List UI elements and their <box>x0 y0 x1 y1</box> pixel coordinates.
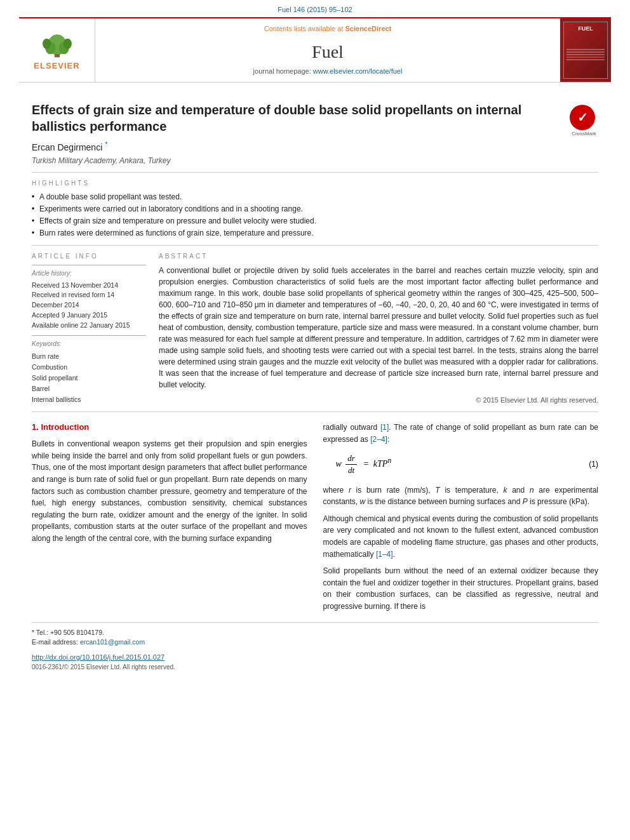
elsevier-logo: ELSEVIER <box>19 18 95 82</box>
such-text: such <box>57 487 73 496</box>
available-date: Available online 22 January 2015 <box>32 321 146 331</box>
article-info-column: ARTICLE INFO Article history: Received 1… <box>32 252 146 405</box>
abstract-title: ABSTRACT <box>159 252 598 261</box>
fuel-cover-inner: FUEL <box>563 22 608 79</box>
divider-1 <box>32 172 598 173</box>
svg-point-5 <box>63 39 71 49</box>
keyword-3: Solid propellant <box>32 373 146 383</box>
eq-kTPn: kTPn <box>373 459 391 469</box>
journal-title: Fuel <box>312 39 344 64</box>
journal-center: Contents lists available at ScienceDirec… <box>95 18 560 82</box>
intro-eq-description: where r is burn rate (mm/s), T is temper… <box>323 484 599 508</box>
article-info-title: ARTICLE INFO <box>32 252 146 261</box>
eq-frac: dr dt <box>345 459 359 469</box>
intro-right-radially: radially outward [1]. The rate of change… <box>323 422 599 445</box>
citation-text: Fuel 146 (2015) 95–102 <box>278 6 352 13</box>
keyword-1: Burn rate <box>32 351 146 362</box>
keyword-2: Combustion <box>32 362 146 373</box>
elsevier-brand-text: ELSEVIER <box>34 60 79 72</box>
keyword-4: Barrel <box>32 383 146 394</box>
ref-1: [1] <box>380 423 389 432</box>
footer-copyright: 0016-2361/© 2015 Elsevier Ltd. All right… <box>32 663 598 672</box>
citation-bar: Fuel 146 (2015) 95–102 <box>0 0 630 17</box>
equation-number: (1) <box>579 459 598 470</box>
intro-left-text: Bullets in conventional weapon systems g… <box>32 438 307 544</box>
svg-rect-6 <box>54 54 59 57</box>
doi-link[interactable]: http://dx.doi.org/10.1016/j.fuel.2015.01… <box>32 653 164 661</box>
doi-section: http://dx.doi.org/10.1016/j.fuel.2015.01… <box>32 651 598 663</box>
main-content: Effects of grain size and temperature of… <box>0 83 630 684</box>
crossmark-svg: ✓ <box>570 105 594 130</box>
intro-oxidizer-para: Solid propellants burn without the need … <box>323 565 599 612</box>
crossmark-badge: ✓ CrossMark <box>570 105 598 133</box>
received-date: Received 13 November 2014 <box>32 281 146 291</box>
accepted-date: Accepted 9 January 2015 <box>32 310 146 321</box>
sciencedirect-text: ScienceDirect <box>345 25 392 32</box>
equation-1: w dr dt = kTPn (1) <box>323 453 599 476</box>
eq-w: w <box>336 459 342 469</box>
revised-date: Received in revised form 14 December 201… <box>32 290 146 310</box>
article-info-box: Article history: Received 13 November 20… <box>32 265 146 331</box>
abstract-column: ABSTRACT A conventional bullet or projec… <box>159 252 598 405</box>
footnote-section: * Tel.: +90 505 8104179. E-mail address:… <box>32 622 598 672</box>
combustion-text: combustion <box>86 487 125 496</box>
intro-heading: 1. Introduction <box>32 422 307 433</box>
intro-two-col: 1. Introduction Bullets in conventional … <box>32 422 598 613</box>
abstract-copyright: © 2015 Elsevier Ltd. All rights reserved… <box>159 396 598 405</box>
journal-header: ELSEVIER Contents lists available at Sci… <box>19 17 611 83</box>
ref-2-4: [2–4] <box>370 435 387 444</box>
svg-point-4 <box>43 39 51 49</box>
svg-text:✓: ✓ <box>577 110 588 124</box>
article-title: Effects of grain size and temperature of… <box>32 102 598 135</box>
footnote-email-line: E-mail address: ercan101@gmail.com <box>32 637 598 648</box>
footnote-email-link[interactable]: ercan101@gmail.com <box>80 638 145 646</box>
highlights-title: HIGHLIGHTS <box>32 179 598 188</box>
title-section: Effects of grain size and temperature of… <box>32 102 598 135</box>
fuel-cover-image: FUEL <box>560 18 611 82</box>
highlights-list: A double base solid propellant was teste… <box>32 192 598 238</box>
abstract-text: A conventional bullet or projectile driv… <box>159 265 598 390</box>
highlights-section: HIGHLIGHTS A double base solid propellan… <box>32 179 598 238</box>
keywords-section: Keywords: Burn rate Combustion Solid pro… <box>32 335 146 404</box>
footnote-phone: * Tel.: +90 505 8104179. <box>32 628 598 638</box>
sciencedirect-label: Contents lists available at ScienceDirec… <box>264 24 392 34</box>
keywords-label: Keywords: <box>32 340 146 349</box>
fuel-cover-decoration <box>566 48 605 62</box>
fuel-cover-title-text: FUEL <box>578 25 593 33</box>
info-abstract-section: ARTICLE INFO Article history: Received 1… <box>32 252 598 405</box>
author-affiliation: Turkish Military Academy, Ankara, Turkey <box>32 156 598 166</box>
ref-1-4: [1–4] <box>376 550 393 559</box>
page: Fuel 146 (2015) 95–102 ELSEVIER Contents… <box>0 0 630 840</box>
intro-right-col: radially outward [1]. The rate of change… <box>323 422 599 613</box>
highlight-item-2: Experiments were carried out in laborato… <box>32 204 598 215</box>
introduction-section: 1. Introduction Bullets in conventional … <box>32 422 598 613</box>
journal-url[interactable]: www.elsevier.com/locate/fuel <box>313 67 403 75</box>
keyword-5: Internal ballistics <box>32 394 146 405</box>
crossmark-label: CrossMark <box>570 130 598 137</box>
crossmark-icon: ✓ <box>570 105 595 130</box>
author-name: Ercan Degirmenci * <box>32 140 598 154</box>
highlight-item-1: A double base solid propellant was teste… <box>32 192 598 203</box>
intro-left-col: 1. Introduction Bullets in conventional … <box>32 422 307 613</box>
elsevier-tree-icon <box>38 29 76 58</box>
article-history-label: Article history: <box>32 269 146 278</box>
highlight-item-3: Effects of grain size and temperature on… <box>32 216 598 227</box>
eq-equals: = <box>363 459 368 469</box>
divider-2 <box>32 245 598 246</box>
author-sup: * <box>105 140 107 148</box>
highlight-item-4: Burn rates were determined as functions … <box>32 228 598 239</box>
footnote-email-label: E-mail address: <box>32 638 78 646</box>
journal-homepage: journal homepage: www.elsevier.com/locat… <box>253 67 403 76</box>
intro-combustion-para: Although chemical and physical events du… <box>323 513 599 560</box>
equation-formula: w dr dt = kTPn <box>323 453 580 476</box>
divider-3 <box>32 411 598 412</box>
